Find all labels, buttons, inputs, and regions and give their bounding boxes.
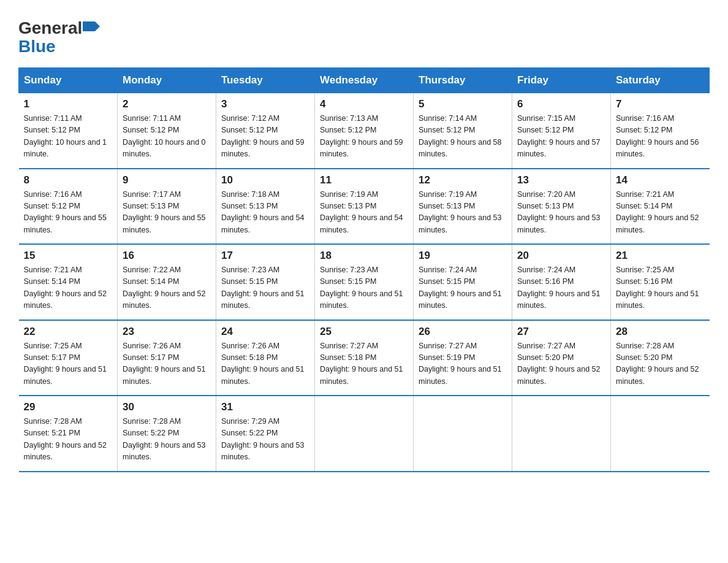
day-cell xyxy=(315,396,414,472)
day-cell: 12 Sunrise: 7:19 AMSunset: 5:13 PMDaylig… xyxy=(414,169,512,245)
day-info: Sunrise: 7:17 AMSunset: 5:13 PMDaylight:… xyxy=(123,190,206,234)
day-number: 8 xyxy=(24,174,113,186)
week-row-2: 8 Sunrise: 7:16 AMSunset: 5:12 PMDayligh… xyxy=(19,169,710,245)
day-cell: 14 Sunrise: 7:21 AMSunset: 5:14 PMDaylig… xyxy=(611,169,710,245)
day-number: 22 xyxy=(24,326,113,338)
day-cell: 28 Sunrise: 7:28 AMSunset: 5:20 PMDaylig… xyxy=(611,320,710,396)
day-number: 7 xyxy=(616,98,705,110)
day-info: Sunrise: 7:24 AMSunset: 5:16 PMDaylight:… xyxy=(517,266,601,310)
week-row-3: 15 Sunrise: 7:21 AMSunset: 5:14 PMDaylig… xyxy=(19,244,710,320)
day-info: Sunrise: 7:21 AMSunset: 5:14 PMDaylight:… xyxy=(24,266,107,310)
day-number: 17 xyxy=(221,250,309,262)
day-cell: 22 Sunrise: 7:25 AMSunset: 5:17 PMDaylig… xyxy=(19,320,118,396)
day-cell: 5 Sunrise: 7:14 AMSunset: 5:12 PMDayligh… xyxy=(414,93,512,169)
day-cell xyxy=(611,396,710,472)
logo-flag-icon xyxy=(83,19,100,36)
day-info: Sunrise: 7:24 AMSunset: 5:15 PMDaylight:… xyxy=(419,266,502,310)
day-info: Sunrise: 7:23 AMSunset: 5:15 PMDaylight:… xyxy=(221,266,305,310)
day-number: 30 xyxy=(123,401,211,413)
header-sunday: Sunday xyxy=(19,68,118,93)
day-number: 1 xyxy=(24,98,113,110)
day-info: Sunrise: 7:23 AMSunset: 5:15 PMDaylight:… xyxy=(320,266,403,310)
day-number: 14 xyxy=(616,174,705,186)
day-cell: 20 Sunrise: 7:24 AMSunset: 5:16 PMDaylig… xyxy=(512,244,611,320)
day-info: Sunrise: 7:28 AMSunset: 5:21 PMDaylight:… xyxy=(24,417,107,461)
day-number: 11 xyxy=(320,174,408,186)
day-cell: 3 Sunrise: 7:12 AMSunset: 5:12 PMDayligh… xyxy=(216,93,315,169)
day-cell: 18 Sunrise: 7:23 AMSunset: 5:15 PMDaylig… xyxy=(315,244,414,320)
day-cell: 2 Sunrise: 7:11 AMSunset: 5:12 PMDayligh… xyxy=(118,93,216,169)
day-number: 3 xyxy=(221,98,309,110)
day-cell: 10 Sunrise: 7:18 AMSunset: 5:13 PMDaylig… xyxy=(216,169,315,245)
day-info: Sunrise: 7:25 AMSunset: 5:17 PMDaylight:… xyxy=(24,342,107,386)
day-cell: 21 Sunrise: 7:25 AMSunset: 5:16 PMDaylig… xyxy=(611,244,710,320)
day-number: 25 xyxy=(320,326,408,338)
day-cell: 26 Sunrise: 7:27 AMSunset: 5:19 PMDaylig… xyxy=(414,320,512,396)
day-number: 5 xyxy=(419,98,507,110)
week-row-5: 29 Sunrise: 7:28 AMSunset: 5:21 PMDaylig… xyxy=(19,396,710,472)
day-info: Sunrise: 7:26 AMSunset: 5:17 PMDaylight:… xyxy=(123,342,206,386)
day-cell: 30 Sunrise: 7:28 AMSunset: 5:22 PMDaylig… xyxy=(118,396,216,472)
day-info: Sunrise: 7:12 AMSunset: 5:12 PMDaylight:… xyxy=(221,114,305,158)
logo-blue-label: Blue xyxy=(18,37,56,56)
day-info: Sunrise: 7:29 AMSunset: 5:22 PMDaylight:… xyxy=(221,417,305,461)
day-cell: 9 Sunrise: 7:17 AMSunset: 5:13 PMDayligh… xyxy=(118,169,216,245)
day-number: 19 xyxy=(419,250,507,262)
header-wednesday: Wednesday xyxy=(315,68,414,93)
day-cell: 6 Sunrise: 7:15 AMSunset: 5:12 PMDayligh… xyxy=(512,93,611,169)
day-cell: 13 Sunrise: 7:20 AMSunset: 5:13 PMDaylig… xyxy=(512,169,611,245)
day-info: Sunrise: 7:20 AMSunset: 5:13 PMDaylight:… xyxy=(517,190,601,234)
day-info: Sunrise: 7:18 AMSunset: 5:13 PMDaylight:… xyxy=(221,190,305,234)
day-cell: 24 Sunrise: 7:26 AMSunset: 5:18 PMDaylig… xyxy=(216,320,315,396)
day-number: 24 xyxy=(221,326,309,338)
day-number: 9 xyxy=(123,174,211,186)
day-number: 27 xyxy=(517,326,605,338)
day-cell: 17 Sunrise: 7:23 AMSunset: 5:15 PMDaylig… xyxy=(216,244,315,320)
day-cell: 7 Sunrise: 7:16 AMSunset: 5:12 PMDayligh… xyxy=(611,93,710,169)
day-number: 16 xyxy=(123,250,211,262)
day-cell: 8 Sunrise: 7:16 AMSunset: 5:12 PMDayligh… xyxy=(19,169,118,245)
day-cell: 15 Sunrise: 7:21 AMSunset: 5:14 PMDaylig… xyxy=(19,244,118,320)
header-saturday: Saturday xyxy=(611,68,710,93)
day-info: Sunrise: 7:11 AMSunset: 5:12 PMDaylight:… xyxy=(123,114,206,158)
svg-marker-1 xyxy=(95,21,100,31)
header-friday: Friday xyxy=(512,68,611,93)
day-info: Sunrise: 7:14 AMSunset: 5:12 PMDaylight:… xyxy=(419,114,502,158)
day-cell: 31 Sunrise: 7:29 AMSunset: 5:22 PMDaylig… xyxy=(216,396,315,472)
week-row-1: 1 Sunrise: 7:11 AMSunset: 5:12 PMDayligh… xyxy=(19,93,710,169)
day-number: 21 xyxy=(616,250,705,262)
day-number: 31 xyxy=(221,401,309,413)
day-info: Sunrise: 7:27 AMSunset: 5:19 PMDaylight:… xyxy=(419,342,502,386)
day-number: 26 xyxy=(419,326,507,338)
day-info: Sunrise: 7:26 AMSunset: 5:18 PMDaylight:… xyxy=(221,342,305,386)
day-number: 28 xyxy=(616,326,705,338)
day-info: Sunrise: 7:13 AMSunset: 5:12 PMDaylight:… xyxy=(320,114,403,158)
calendar-table: SundayMondayTuesdayWednesdayThursdayFrid… xyxy=(18,67,710,472)
day-info: Sunrise: 7:19 AMSunset: 5:13 PMDaylight:… xyxy=(320,190,403,234)
day-number: 6 xyxy=(517,98,605,110)
day-number: 10 xyxy=(221,174,309,186)
day-cell: 23 Sunrise: 7:26 AMSunset: 5:17 PMDaylig… xyxy=(118,320,216,396)
day-cell: 19 Sunrise: 7:24 AMSunset: 5:15 PMDaylig… xyxy=(414,244,512,320)
day-number: 2 xyxy=(123,98,211,110)
logo-blue-row: Blue xyxy=(18,37,56,56)
day-info: Sunrise: 7:27 AMSunset: 5:20 PMDaylight:… xyxy=(517,342,601,386)
day-info: Sunrise: 7:21 AMSunset: 5:14 PMDaylight:… xyxy=(616,190,699,234)
day-number: 13 xyxy=(517,174,605,186)
day-cell: 29 Sunrise: 7:28 AMSunset: 5:21 PMDaylig… xyxy=(19,396,118,472)
day-number: 18 xyxy=(320,250,408,262)
day-number: 23 xyxy=(123,326,211,338)
day-cell: 1 Sunrise: 7:11 AMSunset: 5:12 PMDayligh… xyxy=(19,93,118,169)
day-info: Sunrise: 7:16 AMSunset: 5:12 PMDaylight:… xyxy=(24,190,107,234)
day-cell xyxy=(414,396,512,472)
svg-marker-0 xyxy=(83,21,95,31)
day-cell: 16 Sunrise: 7:22 AMSunset: 5:14 PMDaylig… xyxy=(118,244,216,320)
day-number: 12 xyxy=(419,174,507,186)
page-header: General Blue xyxy=(18,12,710,56)
day-info: Sunrise: 7:27 AMSunset: 5:18 PMDaylight:… xyxy=(320,342,403,386)
logo-row: General xyxy=(18,18,100,38)
calendar-header-row: SundayMondayTuesdayWednesdayThursdayFrid… xyxy=(19,68,710,93)
day-info: Sunrise: 7:15 AMSunset: 5:12 PMDaylight:… xyxy=(517,114,601,158)
day-number: 29 xyxy=(24,401,113,413)
day-number: 4 xyxy=(320,98,408,110)
